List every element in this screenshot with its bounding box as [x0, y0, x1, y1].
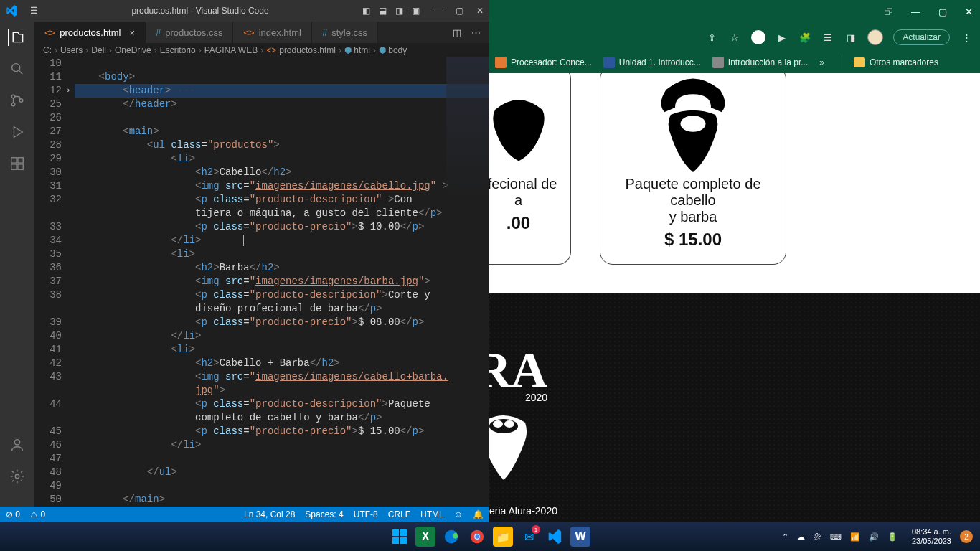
share-icon[interactable]: ⇪	[705, 31, 718, 44]
side-panel-icon[interactable]: ◨	[844, 31, 857, 44]
status-errors[interactable]: ⊘ 0	[6, 509, 20, 519]
onedrive-icon[interactable]: ☁	[797, 532, 805, 542]
vscode-app-icon[interactable]	[545, 527, 565, 547]
keyboard-lang-icon[interactable]: ⌨	[830, 532, 842, 542]
status-warnings[interactable]: ⚠ 0	[30, 509, 45, 519]
close-button[interactable]: ✕	[476, 6, 484, 16]
taskbar-apps: X 📁 ✉1 W	[390, 527, 590, 547]
fold-icon[interactable]: ›	[66, 84, 71, 98]
start-button[interactable]	[390, 527, 410, 547]
profile-avatar[interactable]	[867, 29, 883, 45]
panel-right-icon[interactable]: ◨	[395, 6, 403, 16]
panel-bottom-icon[interactable]: ⬓	[379, 6, 387, 16]
footer-logo: RA 2020	[489, 329, 561, 487]
browser-title-bar[interactable]: 🗗 — ▢ ✕	[489, 0, 980, 23]
svg-rect-6	[11, 164, 17, 169]
account-icon[interactable]	[9, 436, 26, 453]
minimize-button[interactable]: —	[434, 6, 443, 16]
product-price: $ 15.00	[664, 230, 722, 250]
browser-restore-down-icon[interactable]: 🗗	[884, 6, 893, 17]
search-icon[interactable]	[9, 60, 26, 77]
breadcrumb-segment[interactable]: Escritorio	[160, 45, 196, 55]
breadcrumb-segment[interactable]: PAGINA WEB	[204, 45, 258, 55]
svg-rect-5	[18, 158, 23, 163]
breadcrumb[interactable]: C:›Users›Dell›OneDrive›Escritorio›PAGINA…	[34, 43, 489, 57]
battery-icon[interactable]: 🔋	[887, 532, 897, 542]
settings-gear-icon[interactable]	[9, 468, 26, 485]
update-button[interactable]: Actualizar	[893, 29, 950, 45]
vscode-title-bar[interactable]: ☰ productos.html - Visual Studio Code ◧ …	[0, 0, 489, 22]
edge-app-icon[interactable]	[441, 527, 461, 547]
browser-menu-icon[interactable]: ⋮	[960, 31, 973, 44]
menu-icon[interactable]: ☰	[30, 6, 38, 16]
minimap[interactable]	[446, 57, 489, 200]
browser-toolbar: ⇪ ☆ ▶ 🧩 ☰ ◨ Actualizar ⋮	[489, 23, 980, 52]
customize-layout-icon[interactable]: ▣	[412, 6, 420, 16]
breadcrumb-segment[interactable]: C:	[43, 45, 52, 55]
svg-rect-15	[392, 529, 399, 536]
extension-shield-icon[interactable]	[751, 30, 765, 44]
breadcrumb-segment[interactable]: productos.html	[279, 45, 336, 55]
bookmarks-overflow-icon[interactable]: »	[819, 57, 824, 67]
browser-maximize-icon[interactable]: ▢	[938, 6, 947, 17]
svg-rect-16	[400, 529, 407, 536]
status-spaces[interactable]: Spaces: 4	[305, 509, 343, 519]
editor-tab[interactable]: #productos.css	[146, 22, 233, 43]
svg-point-10	[681, 116, 706, 132]
status-lang[interactable]: HTML	[420, 509, 444, 519]
chrome-app-icon[interactable]	[467, 527, 487, 547]
mail-app-icon[interactable]: ✉1	[519, 527, 539, 547]
breadcrumb-segment[interactable]: OneDrive	[115, 45, 151, 55]
bookmark-favicon	[603, 57, 615, 68]
breadcrumb-segment[interactable]: Users	[60, 45, 83, 55]
close-tab-icon[interactable]: ×	[129, 27, 135, 38]
debug-icon[interactable]	[9, 123, 26, 141]
panel-left-icon[interactable]: ◧	[362, 6, 370, 16]
folder-icon	[854, 57, 865, 67]
editor-tab[interactable]: <>productos.html×	[34, 22, 146, 43]
page-footer: RA 2020 eria Alura-2020	[489, 293, 980, 522]
bookmarks-bar: Procesador: Conce...Unidad 1. Introducc.…	[489, 52, 980, 73]
explorer-icon[interactable]	[8, 29, 25, 46]
status-bell-icon[interactable]: 🔔	[473, 509, 484, 519]
split-editor-icon[interactable]: ◫	[453, 27, 461, 38]
css-file-icon: #	[156, 27, 161, 38]
code-editor[interactable]: 1011122526272829303132333435363738394041…	[34, 57, 489, 507]
bookmark-item[interactable]: Procesador: Conce...	[495, 57, 592, 68]
breadcrumb-segment[interactable]: Dell	[91, 45, 106, 55]
webpage-content[interactable]: ofecional dea .00 Paquete completo de ca…	[489, 73, 980, 522]
breadcrumb-segment[interactable]: ⬢ html	[344, 45, 370, 55]
breadcrumb-segment[interactable]: ⬢ body	[379, 45, 407, 55]
maximize-button[interactable]: ▢	[456, 6, 463, 16]
reading-list-icon[interactable]: ☰	[821, 31, 834, 44]
css-file-icon: #	[322, 27, 327, 38]
status-encoding[interactable]: UTF-8	[354, 509, 378, 519]
bookmark-star-icon[interactable]: ☆	[728, 31, 741, 44]
extensions-icon[interactable]	[9, 155, 26, 172]
status-cursor[interactable]: Ln 34, Col 28	[244, 509, 295, 519]
scm-icon[interactable]	[9, 92, 26, 109]
status-eol[interactable]: CRLF	[388, 509, 410, 519]
status-feedback-icon[interactable]: ☺	[454, 509, 463, 519]
file-explorer-icon[interactable]: 📁	[493, 527, 513, 547]
extension-play-icon[interactable]: ▶	[776, 31, 788, 44]
product-image-barba	[489, 75, 580, 176]
editor-area: <>productos.html×#productos.css<>index.h…	[34, 22, 489, 507]
bookmark-item[interactable]: Unidad 1. Introducc...	[603, 57, 701, 68]
editor-tab[interactable]: #style.css	[312, 22, 378, 43]
volume-icon[interactable]: 🔊	[869, 532, 879, 542]
browser-minimize-icon[interactable]: —	[911, 6, 920, 17]
tray-overflow-icon[interactable]: ⌃	[782, 532, 788, 542]
extensions-puzzle-icon[interactable]: 🧩	[798, 31, 811, 44]
network-icon[interactable]: 📶	[850, 532, 860, 542]
excel-app-icon[interactable]: X	[415, 527, 435, 547]
editor-tab[interactable]: <>index.html	[233, 22, 311, 43]
notifications-badge[interactable]: 2	[960, 530, 973, 543]
word-app-icon[interactable]: W	[570, 527, 590, 547]
browser-close-icon[interactable]: ✕	[965, 6, 973, 17]
bookmark-item[interactable]: Introducción a la pr...	[712, 57, 808, 68]
weather-icon[interactable]: ⛈	[814, 532, 821, 541]
other-bookmarks[interactable]: Otros marcadores	[854, 57, 938, 67]
more-actions-icon[interactable]: ⋯	[471, 27, 481, 38]
taskbar-clock[interactable]: 08:34 a. m. 23/05/2023	[912, 527, 951, 546]
